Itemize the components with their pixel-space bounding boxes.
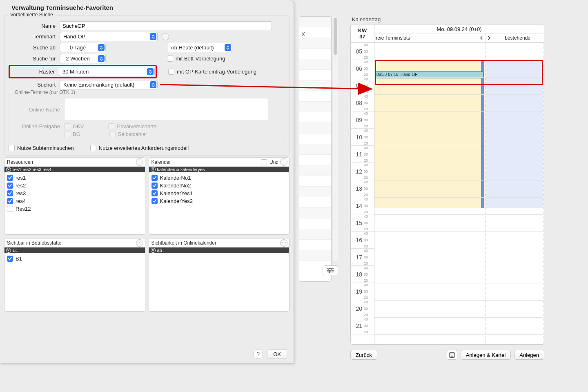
calendar-day-pane: Kalendertag KW 37 Mo. 09.09.24 (0+0) fre…	[350, 16, 544, 359]
list-item-label: res2	[16, 183, 26, 189]
raster-select[interactable]: 30 Minuten	[59, 67, 155, 76]
online-termine-legend: Online-Termine (nur OTK 1)	[13, 89, 77, 95]
calendar-date: Mo. 09.09.24 (0+0)	[374, 24, 544, 33]
label-suche-fuer: Suche für	[9, 56, 56, 62]
calendar-footer: Zurück 31 Anlegen & Kartei Anlegen	[350, 349, 544, 361]
terminart-select[interactable]: Hand-OP	[60, 32, 158, 41]
raster-value: 30 Minuten	[62, 69, 89, 75]
predefined-search-fieldset: Vordefinierte Suche Name Terminart Hand-…	[4, 15, 290, 156]
suche-ab-select[interactable]: 0 Tage	[60, 43, 106, 52]
svg-rect-7	[449, 353, 454, 354]
help-button[interactable]: ?	[253, 349, 263, 359]
name-input[interactable]	[60, 21, 272, 30]
terminart-value: Hand-OP	[63, 33, 85, 40]
betriebsstaette-more-button[interactable]: ⋯	[136, 239, 143, 247]
online-termine-fieldset: Online-Termine (nur OTK 1) Online-Name O…	[9, 93, 285, 143]
suche-fuer-select[interactable]: 2 Wochen	[60, 54, 106, 63]
subterminsuchen-checkbox[interactable]: Nutze Subterminsuchen	[9, 145, 74, 151]
list-item[interactable]: KalenderNo2	[151, 182, 287, 189]
calendar-frame: KW 37 Mo. 09.09.24 (0+0) freie Terminslo…	[350, 24, 544, 345]
svg-text:31: 31	[450, 354, 454, 357]
calendar-body[interactable]: 0540002006400020074000200840002009400020…	[351, 43, 544, 344]
suche-ab-value: 0 Tage	[60, 45, 96, 51]
list-item[interactable]: B1	[7, 255, 143, 263]
mit-op-label: mit OP-Karteieintrag-Vorbelegung	[177, 69, 256, 75]
calendar-section-title: Kalendertag	[352, 16, 544, 22]
chevron-right-icon[interactable]	[487, 36, 491, 40]
onlinekalender-more-button[interactable]: ⋯	[280, 239, 287, 247]
ok-button[interactable]: OK	[267, 349, 287, 359]
background-list	[299, 16, 332, 282]
background-close-x[interactable]: X	[301, 31, 305, 38]
clear-icon[interactable]: ✕	[6, 248, 11, 253]
betriebsstaette-title: Sichtbar in Betriebsstätte	[7, 240, 61, 246]
back-button[interactable]: Zurück	[350, 350, 377, 360]
suchort-select[interactable]: Keine Einschränkung (default)	[60, 80, 158, 89]
privat-checkbox: Privatversicherte	[108, 123, 156, 129]
list-item-label: res4	[16, 198, 26, 204]
clear-icon[interactable]: ✕	[151, 248, 156, 253]
raster-highlight-box: Raster 30 Minuten	[9, 65, 157, 78]
chevron-updown-icon	[150, 33, 156, 40]
erweitertes-modell-checkbox[interactable]: Nutze erweitertes Anforderungsmodell	[90, 145, 189, 151]
mit-op-checkbox[interactable]: mit OP-Karteieintrag-Vorbelegung	[168, 69, 256, 75]
terminart-more-button[interactable]: ⋯	[162, 33, 169, 40]
clear-icon[interactable]: ✕	[151, 167, 156, 172]
kw-label: KW	[358, 27, 367, 33]
list-item-label: KalenderYes2	[160, 198, 193, 204]
online-name-textarea	[64, 98, 268, 121]
ressourcen-title: Ressourcen	[7, 159, 33, 165]
list-item-label: KalenderNo1	[160, 175, 191, 181]
list-item[interactable]: res2	[7, 182, 143, 189]
ressourcen-tag[interactable]: ✕res1 res2 res3 res4	[4, 167, 145, 172]
kalender-tag[interactable]: ✕kalenderno kalenderyes	[149, 167, 290, 172]
list-item[interactable]: res3	[7, 189, 143, 197]
chevron-updown-icon	[147, 68, 154, 75]
betriebsstaette-tag[interactable]: ✕B1	[4, 247, 145, 253]
list-item[interactable]: KalenderYes2	[151, 197, 287, 205]
betriebsstaette-panel: Sichtbar in Betriebsstätte ⋯ ✕B1 B1	[4, 238, 145, 312]
bg-checkbox: BG	[64, 131, 80, 137]
list-item[interactable]: res4	[7, 197, 143, 205]
list-item-label: B1	[16, 256, 22, 262]
list-item[interactable]: KalenderNo1	[151, 174, 287, 182]
column-exist-label: bestehende	[491, 35, 544, 41]
kalender-und-checkbox[interactable]: Und	[261, 159, 278, 165]
svg-point-3	[328, 268, 330, 270]
label-raster: Raster	[11, 69, 55, 75]
suche-ab-mode-select[interactable]: Ab Heute (default)	[167, 43, 232, 52]
list-item-label: res3	[16, 190, 26, 196]
background-scrollbar[interactable]	[333, 16, 338, 261]
list-item-label: KalenderYes1	[160, 190, 193, 196]
chevron-updown-icon	[98, 55, 105, 62]
label-terminart: Terminart	[9, 33, 56, 40]
create-button[interactable]: Anlegen	[514, 350, 544, 360]
ressourcen-panel: Ressourcen ⋯ ✕res1 res2 res3 res4 res1re…	[4, 157, 145, 235]
onlinekalender-title: Sichtbarkeit in Onlinekalender	[151, 240, 216, 246]
list-item[interactable]: KalenderYes1	[151, 189, 287, 197]
svg-point-5	[329, 272, 330, 273]
ressourcen-more-button[interactable]: ⋯	[136, 158, 143, 166]
mit-bett-checkbox[interactable]: mit Bett-Vorbelegung	[167, 56, 225, 62]
onlinekalender-tag[interactable]: ✕ab	[149, 247, 290, 253]
selbst-checkbox: Selbstzahler	[109, 131, 147, 137]
clear-icon[interactable]: ✕	[6, 167, 11, 172]
label-online-freigabe: Online-Freigabe	[13, 123, 60, 129]
onlinekalender-panel: Sichtbarkeit in Onlinekalender ⋯ ✕ab	[149, 238, 290, 312]
kalender-title: Kalender	[151, 159, 171, 165]
list-item[interactable]: res1	[7, 174, 143, 182]
mit-bett-label: mit Bett-Vorbelegung	[176, 56, 225, 62]
calendar-icon-button[interactable]: 31	[447, 350, 457, 360]
chevron-left-icon[interactable]	[479, 36, 483, 40]
list-item-label: KalenderNo2	[160, 183, 191, 189]
kw-value: 37	[359, 33, 365, 40]
background-filter-button[interactable]	[323, 265, 338, 275]
list-item-label: res1	[16, 175, 26, 181]
create-and-card-button[interactable]: Anlegen & Kartei	[461, 350, 511, 360]
label-name: Name	[9, 23, 56, 29]
suche-ab-mode-value: Ab Heute (default)	[171, 45, 214, 51]
calendar-week-cell: KW 37	[351, 24, 374, 42]
list-item[interactable]: Res12	[7, 205, 143, 213]
column-free-label: freie Terminslots	[374, 35, 410, 41]
kalender-more-button[interactable]: ⋯	[280, 158, 287, 166]
